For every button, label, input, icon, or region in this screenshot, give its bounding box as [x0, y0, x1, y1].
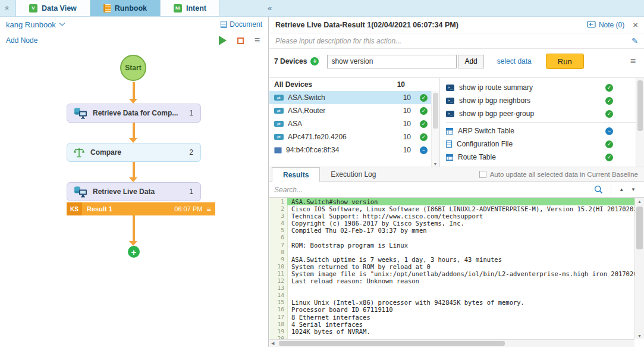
code-line: 15Linux Unix (Intel-x86) processor with …: [269, 299, 634, 306]
scroll-left-icon[interactable]: ◀: [271, 341, 274, 346]
data-item-row[interactable]: >_show ip route summary✓: [440, 81, 644, 94]
tab-label: Data View: [42, 4, 77, 12]
status-ok-icon: ✓: [605, 97, 613, 105]
cli-command-icon: >_: [446, 98, 454, 104]
flow-node-retrieve-live-data[interactable]: Retrieve Live Data 1: [67, 182, 201, 201]
tab-label: Runbook: [115, 4, 147, 12]
scroll-down-icon[interactable]: ▼: [635, 334, 644, 338]
line-number: 11: [269, 270, 287, 277]
line-number: 5: [269, 227, 287, 234]
device-row[interactable]: ⇄APc471.fe20.420610✓: [269, 130, 439, 143]
search-icon[interactable]: [594, 185, 603, 194]
data-item-label: show ip route summary: [459, 83, 601, 92]
flow-node-retrieve-data-for-compare[interactable]: Retrieve Data for Comp... 1: [67, 104, 201, 123]
add-device-icon[interactable]: +: [310, 57, 319, 65]
add-command-button[interactable]: Add: [458, 55, 483, 68]
document-button[interactable]: Document: [221, 20, 262, 29]
run-button[interactable]: Run: [546, 54, 584, 69]
data-item-row[interactable]: Route Table✓: [440, 151, 644, 164]
status-ok-icon: ✓: [420, 133, 428, 141]
data-item-row[interactable]: >_show ip bgp peer-group✓: [440, 107, 644, 120]
node-count: 2: [189, 148, 194, 157]
run-runbook-icon[interactable]: [219, 36, 227, 45]
collapse-panel-button[interactable]: «: [0, 0, 15, 16]
scrollbar-thumb[interactable]: [279, 341, 505, 346]
device-row[interactable]: 94:b4:0f:ce:8f:3410−: [269, 143, 439, 157]
cli-command-icon: >_: [446, 85, 454, 91]
node-label: Compare: [90, 148, 184, 157]
description-placeholder[interactable]: Please input description for this action…: [275, 37, 401, 45]
scrollbar-thumb[interactable]: [636, 207, 643, 249]
code-line: 178 Ethernet interfaces: [269, 314, 634, 321]
data-item-row[interactable]: Configuration File✓: [440, 137, 644, 151]
flow-node-compare[interactable]: Compare 2: [67, 143, 201, 162]
line-number: 20: [269, 335, 287, 339]
line-text: Processor board ID 67119110: [287, 306, 634, 313]
device-row[interactable]: ⇄ASA10✓: [269, 117, 439, 130]
device-list-header-count: 10: [397, 80, 405, 89]
data-item-row[interactable]: >_show ip bgp neighbors✓: [440, 94, 644, 107]
code-line: 16Processor board ID 67119110: [269, 306, 634, 313]
select-data-link[interactable]: select data: [497, 57, 532, 65]
edit-description-icon[interactable]: ✎: [632, 36, 638, 45]
tab-intent[interactable]: NI Intent: [161, 0, 220, 16]
flow-arrowhead-icon: [129, 99, 137, 104]
flow-start-node[interactable]: Start: [120, 55, 146, 81]
tab-execution-log[interactable]: Execution Log: [320, 167, 387, 182]
line-text: ASA.Switch#show version: [287, 198, 634, 205]
scrollbar-thumb[interactable]: [433, 93, 438, 129]
close-icon[interactable]: ×: [633, 20, 638, 29]
status-ok-icon: ✓: [605, 84, 613, 92]
line-text: ROM: Bootstrap program is Linux: [287, 242, 634, 249]
device-name: APc471.fe20.4206: [288, 133, 395, 141]
scroll-down-icon[interactable]: ▼: [431, 162, 439, 166]
line-text: Linux Unix (Intel-x86) processor with 94…: [287, 299, 634, 306]
find-next-icon[interactable]: ▼: [627, 187, 639, 192]
device-row[interactable]: ⇄ASA.Switch10✓: [269, 91, 439, 104]
result-detail-panel: Retrieve Live Data-Result 1(02/04/2021 0…: [269, 17, 644, 347]
cli-output-viewer[interactable]: 1ASA.Switch#show version2Cisco IOS Softw…: [269, 198, 634, 339]
line-number: 14: [269, 292, 287, 299]
runbook-selector[interactable]: kang Runbook: [6, 20, 64, 29]
add-step-plus-button[interactable]: +: [128, 246, 140, 258]
line-number: 8: [269, 249, 287, 256]
output-vertical-scrollbar[interactable]: ▲ ▼: [634, 198, 644, 339]
device-list-scrollbar[interactable]: ▼: [431, 91, 439, 167]
code-line: 5Compiled Thu 02-Feb-17 03:37 by mmen: [269, 227, 634, 234]
auto-update-checkbox[interactable]: [479, 171, 486, 178]
line-text: System returned to ROM by reload at 0: [287, 263, 634, 270]
runbook-menu-icon[interactable]: ≡: [255, 36, 260, 45]
data-item-pane: >_show ip route summary✓>_show ip bgp ne…: [440, 78, 644, 167]
add-node-button[interactable]: Add Node: [6, 36, 37, 45]
tab-results[interactable]: Results: [272, 167, 320, 182]
runbook-name: kang Runbook: [6, 20, 56, 29]
data-item-row[interactable]: ARP Switch Table−: [440, 124, 644, 137]
collapse-right-panel-icon[interactable]: «: [268, 4, 272, 12]
output-horizontal-scrollbar[interactable]: ◀: [269, 339, 634, 347]
table-icon: [446, 154, 453, 161]
retrieve-data-icon: [73, 186, 87, 198]
status-partial-icon: −: [605, 127, 613, 135]
command-input[interactable]: [327, 55, 457, 68]
search-input[interactable]: Search...: [274, 186, 594, 194]
intent-icon: NI: [174, 4, 182, 12]
tab-runbook[interactable]: Runbook: [90, 0, 161, 16]
stop-icon[interactable]: [237, 37, 244, 44]
result-item[interactable]: KS Result 1 06:07 PM ≡: [67, 202, 215, 215]
device-row[interactable]: ⇄ASA,Router10✓: [269, 104, 439, 117]
device-count: 10: [399, 146, 411, 154]
code-line: 9ASA.Switch uptime is 7 weeks, 1 day, 3 …: [269, 256, 634, 263]
scrollbar-thumb[interactable]: [637, 80, 643, 131]
line-number: 18: [269, 321, 287, 328]
code-line: 14: [269, 292, 634, 299]
device-list-header: All Devices: [274, 80, 312, 89]
data-list-scrollbar[interactable]: [636, 78, 644, 167]
find-previous-icon[interactable]: ▲: [615, 187, 627, 192]
document-icon: [221, 21, 227, 28]
controls-menu-icon[interactable]: ≡: [630, 57, 639, 66]
note-button[interactable]: Note (0): [587, 21, 624, 29]
data-item-label: Configuration File: [457, 140, 601, 148]
result-menu-icon[interactable]: ≡: [206, 205, 211, 213]
scroll-up-icon[interactable]: ▲: [635, 199, 644, 204]
tab-data-view[interactable]: V Data View: [15, 0, 90, 16]
